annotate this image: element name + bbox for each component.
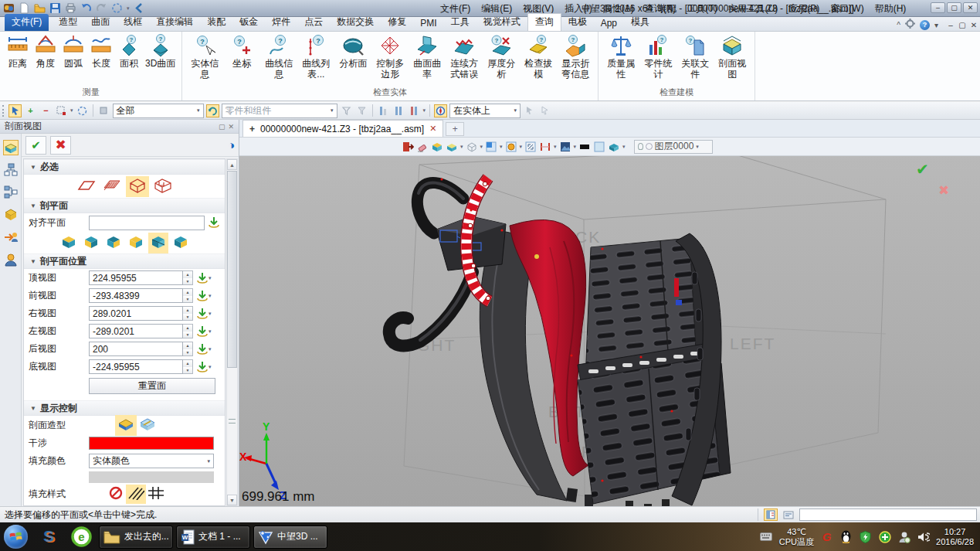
align-view-caret-icon[interactable]: ▾ [554,144,557,150]
taskbar-button-word[interactable]: W 文档 1 - ... [176,525,250,549]
shade-cube-icon[interactable] [431,141,443,153]
background-caret-icon[interactable]: ▾ [574,144,577,150]
snap-cursor-icon[interactable] [523,104,536,117]
eraser-icon[interactable] [416,141,429,153]
ribbon-button-section-view[interactable]: 剖面视图 [714,34,751,80]
section-type-plane-icon[interactable] [75,176,98,197]
ribbon-button-part-statistics[interactable]: ?零件统计 [639,34,677,80]
align-plane-input[interactable] [89,216,205,230]
section-type-slice-icon[interactable] [100,176,124,197]
manager-tree-icon[interactable] [3,162,19,178]
undo-icon[interactable] [80,2,92,14]
wireframe-mode-icon[interactable] [466,141,478,153]
fill-color-select[interactable]: 实体颜色▾ [89,454,214,468]
pick-target-icon[interactable] [434,104,447,117]
panel-float-icon[interactable]: ▢ [219,123,226,131]
gear-icon[interactable] [905,19,915,31]
scroll-up-icon[interactable]: ▲ [227,159,237,170]
cpu-temp-widget[interactable]: 43℃CPU温度 [779,527,814,547]
section-tool-icon[interactable] [3,140,19,155]
blue-swatch-icon[interactable] [593,141,605,153]
redo-icon[interactable] [96,2,107,14]
spinner[interactable]: ▲▼ [183,342,193,356]
document-tab[interactable]: + 00000000new-421.Z3 - [tbzj2aa__.asm] ✕ [242,120,443,137]
add-selection-icon[interactable]: + [24,104,37,117]
ribbon-button-distance[interactable]: 距离 [4,34,32,69]
ribbon-button-continuity-error[interactable]: 连续方式错误 [446,34,483,80]
shape-capped-icon[interactable] [115,415,137,436]
custom-color-swatch[interactable] [89,471,214,483]
ribbon-button-analyze-face[interactable]: 分析面 [334,34,371,69]
history-cube-icon[interactable] [3,207,19,223]
ok-button[interactable]: ✔ [25,136,46,155]
offset-caret-icon[interactable]: ▾ [209,364,212,370]
render-mode-caret-icon[interactable]: ▾ [460,144,463,150]
section-header-plane[interactable]: ▼剖平面 [24,198,225,213]
ribbon-button-3d-surface[interactable]: ?3D曲面 [143,34,178,69]
pick-mode-icon[interactable] [8,104,22,117]
scrollbar-grip[interactable] [229,419,236,423]
ribbon-button-curve-list[interactable]: ?曲线列表... [297,34,334,80]
pick-offset-icon[interactable] [196,361,209,373]
cancel-button[interactable]: ✖ [50,136,71,155]
lasso-icon[interactable] [76,104,89,117]
interference-color-swatch[interactable] [89,437,214,450]
qq-tray-icon[interactable] [839,530,853,543]
spinner[interactable]: ▲▼ [183,306,193,321]
section-header-required[interactable]: ▼必选 [24,159,225,175]
zoom-extents-icon[interactable] [524,141,537,153]
viewport-confirm-icon[interactable]: ✔ [916,161,929,178]
filter-lock-icon[interactable] [355,104,368,117]
orbit-icon[interactable] [505,141,517,153]
ribbon-button-curve-info[interactable]: ?曲线信息 [260,34,297,80]
new-tab-button[interactable]: + [446,122,464,136]
panel-scrollbar[interactable]: ▲ ▼ [226,158,238,506]
ribbon-button-area[interactable]: ?面积 [115,34,143,69]
ribbon-button-bend-info[interactable]: ?显示折弯信息 [557,34,594,80]
tab-file[interactable]: 文件(F) [5,14,49,31]
ribbon-button-draft-check[interactable]: ?检查拔模 [520,34,557,80]
list-column-icon-2[interactable] [392,104,405,117]
volume-icon[interactable] [917,530,930,543]
ribbon-button-associated-files[interactable]: ?关联文件 [677,34,714,80]
section-type-corner-icon[interactable] [151,176,175,197]
browser-360-icon[interactable]: e [71,526,92,547]
ribbon-button-mass-properties[interactable]: 质量属性 [602,34,639,80]
view-plane-caret-icon[interactable]: ▾ [500,144,503,150]
align-view-icon[interactable] [539,141,551,153]
plane-preset-top-icon[interactable] [59,233,79,253]
section-toggle-icon[interactable] [608,141,620,153]
view-plane-icon[interactable] [485,141,497,153]
tab-tools[interactable]: 工具 [444,14,476,31]
exit-target-icon[interactable] [402,141,414,153]
wireframe-caret-icon[interactable]: ▾ [480,144,483,150]
tab-point-cloud[interactable]: 点云 [297,14,330,31]
ribbon-button-surface-curvature[interactable]: 曲面曲率 [409,34,446,80]
spinner[interactable]: ▲▼ [183,270,193,285]
shield-360-icon[interactable] [859,530,872,543]
green-ball-icon[interactable] [878,530,891,543]
render-mode-icon[interactable] [446,141,458,153]
mdi-restore-button[interactable]: ▢ [958,21,967,29]
plane-preset-back-icon[interactable] [148,233,168,253]
tab-surface[interactable]: 曲面 [84,14,117,31]
snap-cursor2-icon[interactable] [538,104,551,117]
back-view-input[interactable]: 200 [89,342,183,356]
section-header-display[interactable]: ▼显示控制 [24,400,225,416]
offset-caret-icon[interactable]: ▾ [209,346,212,352]
section-header-position[interactable]: ▼剖平面位置 [24,253,225,269]
filter-clear-icon[interactable] [340,104,353,117]
pick-offset-icon[interactable] [196,308,209,320]
tab-mold[interactable]: 模具 [624,14,656,31]
tab-assembly[interactable]: 装配 [200,14,232,31]
tab-sheet-metal[interactable]: 钣金 [232,14,265,31]
spinner[interactable]: ▲▼ [183,324,193,338]
help-icon[interactable]: ? [920,20,930,30]
toolbar-drag-handle[interactable] [2,105,5,117]
fill-style-grid-icon[interactable] [146,485,166,504]
pick-region-caret-icon[interactable]: ▾ [70,107,73,114]
table-toggle-icon[interactable] [764,508,778,521]
mdi-minimize-button[interactable]: – [946,21,955,29]
reuse-library-icon[interactable] [3,230,19,245]
spinner[interactable]: ▲▼ [183,288,193,303]
